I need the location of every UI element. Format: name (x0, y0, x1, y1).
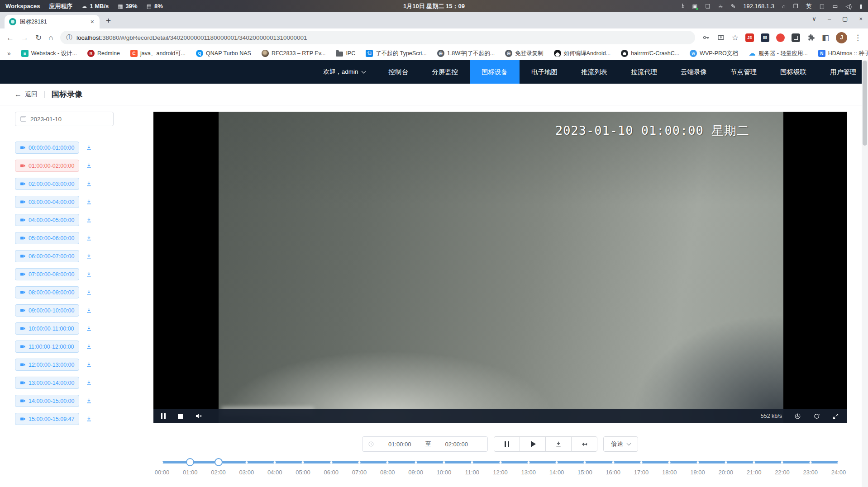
window-minimize-button[interactable]: – (828, 15, 831, 22)
extension-icon-1[interactable]: JS (745, 33, 754, 42)
download-segment-button[interactable] (86, 162, 92, 169)
bookmark-item[interactable]: Webstack - 设计... (21, 50, 77, 57)
recording-segment-button[interactable]: 11:00:00-12:00:00 (15, 340, 79, 353)
back-link[interactable]: ← 返回 (14, 90, 38, 99)
bookmarks-overflow-icon[interactable]: » (7, 50, 11, 57)
back-button[interactable]: ← (6, 34, 14, 42)
download-segment-button[interactable] (86, 397, 92, 404)
recording-segment-button[interactable]: 15:00:00-15:09:47 (15, 413, 79, 425)
applications-menu[interactable]: 应用程序 (49, 2, 72, 10)
pen-tray-icon[interactable]: ✎ (731, 3, 735, 9)
nav-item[interactable]: 拉流代理 (619, 60, 669, 84)
download-segment-button[interactable] (86, 379, 92, 386)
workspaces-menu[interactable]: Workspaces (5, 3, 40, 9)
bookmark-item[interactable]: QNAP Turbo NAS (196, 50, 251, 57)
recording-segment-button[interactable]: 12:00:00-13:00:00 (15, 359, 79, 371)
recording-segment-button[interactable]: 03:00:00-04:00:00 (15, 196, 79, 208)
user-menu[interactable]: 欢迎，admin (323, 68, 365, 76)
recording-segment-button[interactable]: 10:00:00-11:00:00 (15, 322, 79, 335)
input-language-indicator[interactable]: 英 (806, 2, 812, 10)
tab-close-icon[interactable]: × (90, 18, 95, 25)
reload-button[interactable]: ↻ (35, 34, 42, 42)
new-tab-button[interactable]: + (106, 16, 111, 26)
player-stop-button[interactable] (178, 414, 183, 419)
download-segment-button[interactable] (86, 307, 92, 314)
bookmark-item[interactable]: hairrrrr/C-CrashC... (621, 50, 679, 57)
nav-item[interactable]: 用户管理 (818, 60, 868, 84)
download-segment-button[interactable] (86, 235, 92, 241)
browser-tab[interactable]: 国标28181 × (5, 15, 100, 28)
nav-item[interactable]: 分屏监控 (420, 60, 470, 84)
bookmark-item[interactable]: java、android可... (130, 50, 186, 57)
seek-back-button[interactable] (571, 436, 597, 452)
date-picker-input[interactable]: 2023-01-10 (15, 112, 114, 126)
address-bar[interactable]: ⓘ localhost:38080/#/gbRecordDetail/34020… (60, 31, 695, 44)
ip-address[interactable]: 192.168.1.3 (743, 3, 774, 9)
end-time-value[interactable]: 02:00:00 (431, 441, 482, 448)
nav-item[interactable]: 电子地图 (520, 60, 569, 84)
clipboard-tray-icon[interactable]: ❏ (705, 3, 710, 9)
download-segment-button[interactable] (86, 144, 92, 151)
forward-button[interactable]: → (21, 34, 29, 42)
side-panel-icon[interactable]: ◧ (822, 34, 829, 42)
download-segment-button[interactable] (86, 289, 92, 296)
download-button[interactable] (545, 436, 572, 452)
recording-segment-button[interactable]: 01:00:00-02:00:00 (15, 160, 79, 172)
recording-segment-button[interactable]: 00:00:00-01:00:00 (15, 142, 79, 154)
fullscreen-icon[interactable] (832, 413, 839, 420)
download-segment-button[interactable] (86, 416, 92, 422)
notes-tray-icon[interactable]: ▣ (692, 3, 698, 9)
window-restore-button[interactable]: ▢ (842, 15, 848, 22)
send-to-device-icon[interactable] (717, 33, 725, 42)
bookmark-item[interactable]: 免登录复制 (505, 50, 544, 57)
nav-item[interactable]: 国标级联 (768, 60, 818, 84)
home-button[interactable]: ⌂ (48, 34, 53, 42)
download-segment-button[interactable] (86, 343, 92, 350)
bookmark-item[interactable]: RFC2833 – RTP Ev... (262, 50, 326, 57)
extension-icon-3[interactable] (776, 33, 785, 42)
window-close-button[interactable]: × (859, 15, 863, 22)
timeline-handle[interactable] (215, 458, 223, 466)
download-segment-button[interactable] (86, 361, 92, 368)
playback-speed-dropdown[interactable]: 倍速 (603, 436, 638, 452)
refresh-icon[interactable] (813, 413, 820, 420)
bookmark-item[interactable]: HDAtmos :: 种子 *... (818, 50, 868, 57)
nav-item[interactable]: 国标设备 (470, 60, 520, 84)
bookmark-item[interactable]: WVP-PRO文档 (690, 50, 738, 57)
timeline-slider[interactable]: 00:0001:0002:0003:0004:0005:0006:0007:00… (162, 457, 839, 479)
nav-item[interactable]: 云端录像 (669, 60, 719, 84)
workspaces-switcher-icon[interactable]: ❐ (793, 3, 798, 9)
extension-icon-2[interactable]: 88 (761, 33, 769, 42)
snapshot-aperture-icon[interactable] (794, 413, 801, 420)
network-home-icon[interactable]: ⌂ (782, 3, 786, 9)
nav-item[interactable]: 节点管理 (719, 60, 768, 84)
recording-segment-button[interactable]: 06:00:00-07:00:00 (15, 250, 79, 262)
recording-segment-button[interactable]: 02:00:00-03:00:00 (15, 178, 79, 190)
download-segment-button[interactable] (86, 199, 92, 205)
scrollbar-thumb[interactable] (863, 61, 867, 146)
volume-icon[interactable]: ◁) (845, 3, 852, 9)
tab-search-chevron-icon[interactable]: ∨ (812, 15, 816, 22)
bing-tray-icon[interactable]: b (682, 3, 684, 9)
download-segment-button[interactable] (86, 217, 92, 223)
bookmark-item[interactable]: 如何编译Android... (554, 50, 611, 57)
play-button[interactable] (520, 436, 546, 452)
download-segment-button[interactable] (86, 180, 92, 187)
pause-button[interactable] (494, 436, 520, 452)
volume-muted-icon[interactable] (195, 412, 202, 420)
recording-segment-button[interactable]: 09:00:00-10:00:00 (15, 304, 79, 317)
recording-segment-button[interactable]: 05:00:00-06:00:00 (15, 232, 79, 244)
download-segment-button[interactable] (86, 271, 92, 278)
bookmark-item[interactable]: 1.8W字|了不起的... (437, 50, 495, 57)
page-scrollbar[interactable] (862, 60, 868, 487)
download-segment-button[interactable] (86, 253, 92, 260)
coffee-tray-icon[interactable]: ☕ (718, 3, 723, 9)
system-clock[interactable]: 1月10日 星期二 15：09 (403, 2, 465, 10)
start-time-value[interactable]: 01:00:00 (374, 441, 425, 448)
recording-segment-button[interactable]: 08:00:00-09:00:00 (15, 286, 79, 298)
timeline-handle[interactable] (186, 458, 194, 466)
browser-menu-icon[interactable]: ⋮ (854, 34, 862, 42)
extension-icon-4[interactable] (792, 33, 800, 42)
window-split-icon[interactable]: ◫ (820, 3, 825, 9)
bookmark-item[interactable]: 服务器 - 轻量应用... (749, 50, 808, 57)
